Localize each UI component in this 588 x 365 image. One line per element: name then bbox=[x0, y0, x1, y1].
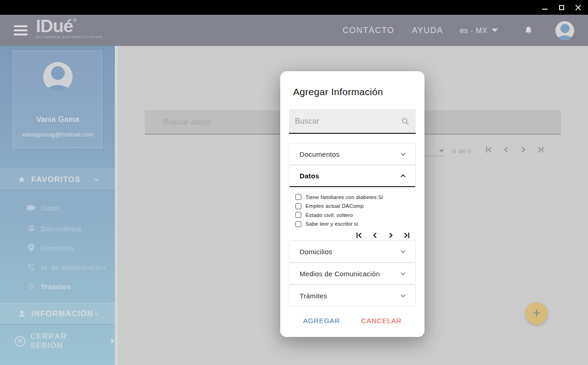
logout-label: CERRAR SESIÓN bbox=[30, 332, 101, 350]
checkbox-row: Tiene familiares con diabetes:Si bbox=[295, 193, 416, 202]
agregar-button[interactable]: AGREGAR bbox=[303, 317, 340, 325]
chevron-left-icon bbox=[371, 231, 379, 240]
sidebar-item-datos[interactable]: Datos bbox=[0, 198, 115, 217]
checkbox-row: Estado civil: soltero bbox=[295, 211, 416, 220]
sidebar-item-label: M. de comunicación bbox=[41, 263, 106, 271]
nav-ayuda[interactable]: AYUDA bbox=[412, 26, 443, 35]
sidebar-section-informacion[interactable]: INFORMACIÓN bbox=[0, 303, 115, 325]
modal-actions: AGREGAR CANCELAR bbox=[289, 317, 416, 325]
add-button-fab[interactable]: + bbox=[526, 302, 548, 325]
user-avatar[interactable] bbox=[555, 21, 574, 40]
accordion-list: Documentos Datos Tiene familiares con di… bbox=[289, 143, 416, 307]
accordion-documentos[interactable]: Documentos bbox=[289, 143, 416, 165]
documents-icon bbox=[26, 224, 37, 233]
modal-search-input[interactable] bbox=[289, 109, 416, 133]
logo-text: IDué bbox=[36, 16, 73, 36]
phone-icon bbox=[26, 263, 37, 271]
app-logo: IDué® DILIGENCE AUTHENTICATION bbox=[36, 17, 103, 39]
next-page-button[interactable] bbox=[519, 145, 528, 154]
first-page-button[interactable] bbox=[355, 231, 363, 240]
checkbox-row: Empleo actual DAComp bbox=[295, 202, 416, 211]
chevron-down-icon bbox=[93, 310, 100, 318]
modal-search-bar[interactable] bbox=[289, 109, 416, 134]
agregar-informacion-modal: Agregar Información Documentos Datos Tie… bbox=[280, 71, 424, 337]
last-page-button[interactable] bbox=[403, 231, 411, 240]
close-button[interactable] bbox=[574, 4, 582, 11]
next-page-button[interactable] bbox=[387, 231, 395, 240]
minimize-icon bbox=[542, 9, 548, 10]
background-pagination bbox=[484, 145, 545, 154]
chevron-down-icon bbox=[399, 150, 407, 158]
sidebar-item-documentos[interactable]: Documentos bbox=[0, 219, 115, 238]
sidebar: Vania Gama vaniagamag@hotmail.com ★ FAVO… bbox=[0, 46, 115, 365]
person-icon bbox=[16, 309, 28, 318]
cancelar-button[interactable]: CANCELAR bbox=[361, 317, 401, 325]
logout-button[interactable]: CERRAR SESIÓN bbox=[0, 331, 115, 351]
hamburger-icon bbox=[14, 25, 28, 27]
nav-contacto[interactable]: CONTÁCTO bbox=[343, 26, 395, 35]
registered-mark: ® bbox=[73, 17, 76, 23]
prev-page-button[interactable] bbox=[371, 231, 379, 240]
chevron-up-icon bbox=[399, 172, 407, 180]
chevron-down-icon bbox=[399, 248, 407, 256]
pagination-range-label: 0 de 0 bbox=[452, 148, 471, 154]
first-page-button[interactable] bbox=[484, 145, 493, 154]
chevron-down-icon bbox=[492, 29, 498, 32]
sidebar-item-label: Domicilios bbox=[41, 244, 74, 252]
modal-title: Agregar Información bbox=[293, 86, 416, 97]
minimize-button[interactable] bbox=[541, 4, 548, 11]
prev-page-button[interactable] bbox=[502, 145, 510, 154]
plus-icon: + bbox=[532, 306, 541, 320]
window-title-bar bbox=[0, 0, 588, 15]
chevron-right-icon bbox=[111, 338, 115, 344]
last-page-button[interactable] bbox=[537, 145, 545, 154]
language-selector[interactable]: es - MX bbox=[460, 26, 498, 35]
modal-pagination bbox=[289, 228, 416, 240]
chevron-left-icon bbox=[502, 145, 510, 154]
accordion-medios-comunicacion[interactable]: Medios de Comunicación bbox=[289, 262, 416, 285]
chevron-right-icon bbox=[519, 145, 528, 154]
avatar-person-icon bbox=[560, 24, 570, 33]
sidebar-section-favoritos[interactable]: ★ FAVORITOS bbox=[0, 169, 115, 190]
window-controls bbox=[541, 0, 582, 15]
chevron-down-icon bbox=[439, 149, 444, 153]
star-icon: ★ bbox=[16, 174, 28, 185]
gear-icon: ⚙ bbox=[26, 281, 37, 291]
bell-icon bbox=[524, 26, 533, 35]
menu-button[interactable] bbox=[14, 25, 28, 35]
accordion-datos[interactable]: Datos bbox=[289, 165, 416, 187]
checkbox[interactable] bbox=[295, 212, 301, 218]
accordion-tramites[interactable]: Trámites bbox=[289, 285, 416, 307]
last-page-icon bbox=[537, 145, 545, 154]
search-icon bbox=[401, 117, 410, 128]
maximize-button[interactable] bbox=[558, 4, 565, 11]
profile-card: Vania Gama vaniagamag@hotmail.com bbox=[13, 51, 102, 148]
user-name: Vania Gama bbox=[13, 115, 102, 124]
checkbox[interactable] bbox=[295, 203, 301, 209]
maximize-icon bbox=[559, 5, 564, 10]
sidebar-item-domicilios[interactable]: Domicilios bbox=[0, 238, 115, 257]
informacion-label: INFORMACIÓN bbox=[31, 309, 93, 319]
location-pin-icon bbox=[26, 244, 37, 252]
language-label: es - MX bbox=[460, 26, 487, 35]
page-size-select[interactable] bbox=[424, 146, 445, 156]
checkbox[interactable] bbox=[295, 194, 301, 200]
notifications-button[interactable] bbox=[524, 26, 533, 35]
user-email: vaniagamag@hotmail.com bbox=[13, 131, 102, 138]
close-circle-icon bbox=[15, 336, 25, 347]
app-header: IDué® DILIGENCE AUTHENTICATION CONTÁCTO … bbox=[0, 15, 588, 46]
logo-subtitle: DILIGENCE AUTHENTICATION bbox=[36, 35, 103, 39]
datos-checkbox-list: Tiene familiares con diabetes:Si Empleo … bbox=[289, 187, 416, 228]
checkbox[interactable] bbox=[295, 221, 301, 227]
favoritos-label: FAVORITOS bbox=[31, 175, 80, 184]
last-page-icon bbox=[403, 231, 411, 240]
sidebar-item-comunicacion[interactable]: M. de comunicación bbox=[0, 257, 115, 277]
accordion-domicilios[interactable]: Domicilios bbox=[289, 240, 416, 262]
chevron-down-icon bbox=[399, 270, 407, 278]
profile-avatar-icon bbox=[43, 62, 73, 91]
header-nav: CONTÁCTO AYUDA es - MX bbox=[343, 15, 574, 46]
chevron-down-icon bbox=[93, 176, 100, 183]
first-page-icon bbox=[355, 231, 363, 240]
sidebar-item-tramites[interactable]: ⚙ Trámites bbox=[0, 277, 115, 296]
chevron-right-icon bbox=[387, 231, 395, 240]
